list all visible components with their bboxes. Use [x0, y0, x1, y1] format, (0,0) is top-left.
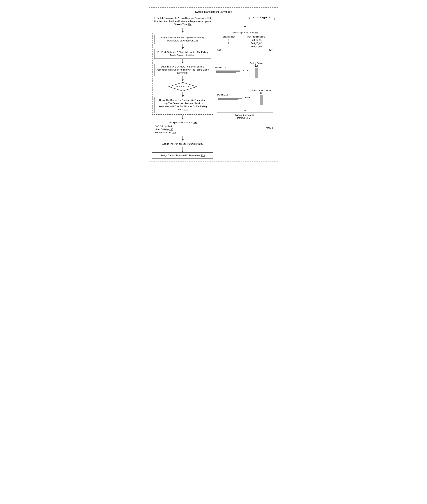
port-block — [226, 72, 228, 73]
arrow-right-head — [247, 69, 248, 71]
param-npiv: NPIV Parameters 250 — [155, 131, 211, 134]
arrow-down-2 — [154, 44, 211, 49]
assign-text: Assign The Port-specific Parameters — [162, 143, 199, 145]
slot-3: 3 — [218, 45, 240, 48]
arrow-left-head — [243, 69, 244, 71]
port-block — [238, 71, 240, 72]
port-block — [222, 72, 224, 73]
svg-marker-10 — [182, 95, 184, 97]
replacement-server-ref: 114 — [260, 92, 264, 94]
chassis-label: Chassis Type — [253, 16, 267, 19]
port-block — [224, 72, 226, 73]
port-1: Port_ID_01 — [240, 39, 272, 41]
arrow-line — [244, 70, 247, 70]
npiv-ref: 250 — [172, 131, 176, 134]
svg-marker-12 — [182, 118, 184, 119]
port-2: Port_ID_02 — [240, 42, 272, 45]
svg-marker-14 — [182, 139, 184, 141]
for-each-box: For Each Switch In A Chassis In Which Th… — [154, 49, 211, 59]
diamond-shape: Port IDs 232 — [168, 82, 197, 91]
determine-box: Determine One Or More Port Identificatio… — [154, 64, 211, 76]
outer-dashed-border: System Management Server 152 Establish A… — [149, 7, 278, 162]
switch-219-label-text: Switch — [215, 67, 222, 69]
port-block — [216, 72, 218, 73]
port-block — [218, 99, 220, 100]
bidir-arrow-219-server — [243, 69, 248, 71]
qos-text: QoS Settings — [155, 125, 168, 127]
assign-default-ref: 239 — [201, 154, 205, 157]
port-ids-text: Port IDs 232 — [176, 85, 189, 88]
determine-ref: 230 — [184, 72, 188, 74]
svg-marker-1 — [182, 31, 184, 33]
switch-219-label: Switch 219 — [215, 67, 241, 69]
port-table-refs: 240 242 — [217, 49, 273, 52]
switch-row-1b — [218, 98, 242, 99]
port-table: Slot Number Port Identifications 1 Port_… — [217, 35, 273, 48]
chassis-box: Chassis Type 226 — [249, 15, 275, 20]
arrow-line-2 — [246, 97, 249, 97]
port-block — [234, 99, 236, 100]
switch-ports-219 — [216, 71, 240, 73]
fig-title: FIG. 2 — [266, 126, 273, 129]
port-block — [230, 99, 232, 100]
switch-row-1 — [216, 71, 240, 72]
port-block — [228, 71, 230, 72]
server-ref: 152 — [228, 10, 232, 13]
default-params-line2: Parameters — [237, 117, 248, 119]
port-block — [240, 98, 242, 99]
arrow-right-head-2 — [249, 96, 250, 98]
svg-marker-7 — [182, 80, 184, 81]
arrow-chassis-down — [215, 23, 275, 28]
left-column: Establish Automatically A Data Structure… — [152, 15, 213, 159]
arrow-down-8 — [152, 147, 213, 152]
table-row: 1 Port_ID_01 — [218, 39, 272, 41]
switch-218-label: Switch 218 — [217, 94, 243, 96]
replacement-server-blade — [260, 95, 263, 105]
failing-server-blade — [255, 68, 258, 78]
port-table-title-ref: 226 — [255, 31, 258, 34]
query-switch-text: Query The Switch For Port-specific Param… — [159, 99, 207, 111]
port-ids-ref: 232 — [185, 85, 189, 88]
assign-box: Assign The Port-specific Parameters 238 — [152, 141, 213, 147]
server-title: System Management Server 152 — [152, 10, 275, 13]
arrow-down-7 — [152, 136, 213, 141]
default-params-ref: 244 — [249, 117, 252, 119]
port-block — [222, 98, 224, 99]
server-label: System Management Server — [195, 10, 227, 13]
port-block — [234, 71, 236, 72]
port-block — [232, 98, 234, 99]
vlan-ref: 248 — [169, 128, 173, 131]
port-block — [222, 99, 224, 100]
default-params-box: Default Port-Specific Parameters 244 — [217, 112, 273, 121]
inner-dashed: Query A Switch For Port-specific Operati… — [152, 33, 213, 115]
port-block — [228, 72, 230, 73]
port-block — [218, 98, 220, 99]
ref-240: 240 — [217, 49, 221, 52]
params-title-text: Port-Specific Parameters — [168, 121, 193, 124]
failing-server-label-text: Failing Server — [250, 62, 263, 65]
port-block — [224, 99, 226, 100]
assign-ref: 238 — [199, 143, 203, 145]
chassis-container: Chassis Type 226 — [215, 15, 275, 20]
params-title: Port-Specific Parameters 236 — [154, 121, 211, 124]
port-block — [236, 99, 238, 100]
arrow-down-6 — [152, 115, 213, 120]
port-ids-diamond: Port IDs 232 — [154, 81, 211, 92]
port-block — [226, 71, 228, 72]
switch-218-label-text: Switch — [217, 94, 224, 96]
slot-1: 1 — [218, 39, 240, 41]
param-vlan: VLAN Settings 248 — [155, 128, 211, 131]
replacement-server-section: Replacement Server 114 — [252, 89, 272, 105]
switch-219-container: Switch 219 — [215, 67, 241, 74]
establish-ref: 224 — [188, 23, 191, 26]
svg-marker-5 — [182, 62, 184, 64]
arrow-down-switch218 — [217, 106, 273, 111]
port-assignment-table: Port Assignment Table 226 Slot Number Po… — [215, 30, 275, 53]
port-block — [234, 98, 236, 99]
switch-219-ref: 219 — [222, 67, 226, 69]
col-port: Port Identifications — [240, 35, 272, 38]
port-table-title-text: Port Assignment Table — [232, 31, 254, 34]
switch-218-section: Switch 218 — [215, 87, 275, 123]
query-first-ref: 228 — [194, 39, 198, 42]
port-block — [230, 71, 232, 72]
